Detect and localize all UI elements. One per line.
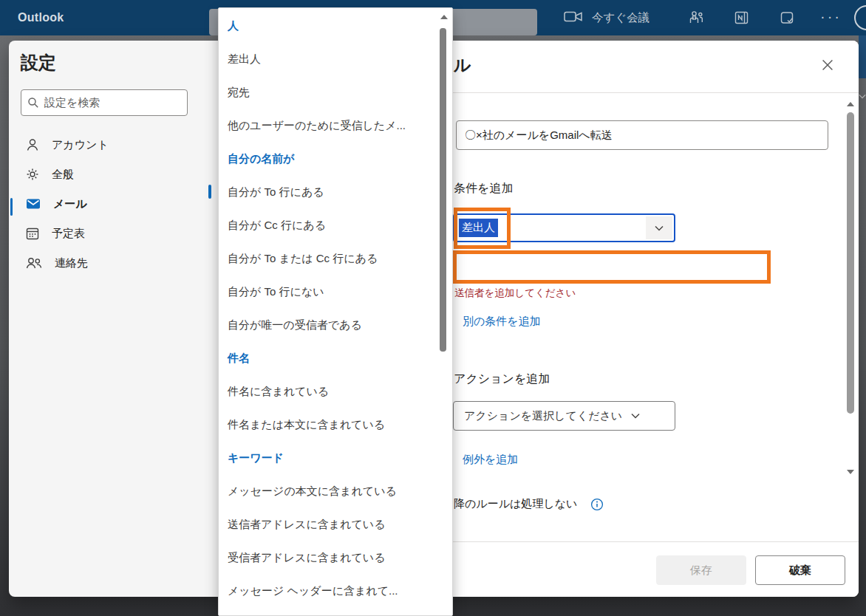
- conditions-heading: 条件を追加: [454, 181, 513, 196]
- condition-group-header: 件名: [219, 342, 433, 375]
- condition-option[interactable]: 件名または本文に含まれている: [219, 408, 433, 442]
- condition-group-header: 自分の名前が: [219, 143, 433, 176]
- condition-option[interactable]: 送信者アドレスに含まれている: [219, 508, 433, 541]
- sidebar-item-account[interactable]: アカウント: [15, 130, 207, 160]
- condition-group-header: 人: [219, 10, 433, 43]
- panel-scrollbar-thumb[interactable]: [208, 185, 211, 199]
- rule-dialog: ル 条件を追加 差出人 送信者を追加してください 別の条件を追加 アクションを追…: [453, 41, 859, 597]
- rule-name-input[interactable]: [456, 120, 828, 150]
- stop-processing-row: 降のルールは処理しない: [454, 497, 604, 511]
- settings-search-input[interactable]: 設定を検索: [21, 89, 188, 116]
- chevron-down-icon: [859, 94, 866, 99]
- sidebar-item-calendar[interactable]: 予定表: [15, 219, 207, 248]
- person-icon: [25, 137, 40, 152]
- app-title: Outlook: [18, 0, 64, 35]
- condition-option[interactable]: 自分が唯一の受信者である: [219, 309, 433, 342]
- sidebar-item-contacts[interactable]: 連絡先: [15, 248, 207, 278]
- validation-error-text: 送信者を追加してください: [454, 287, 576, 300]
- search-icon: [27, 97, 39, 109]
- action-select[interactable]: アクションを選択してください: [453, 401, 675, 431]
- mail-icon: [25, 196, 41, 211]
- background-page-strip: [859, 35, 866, 78]
- condition-group-header: キーワード: [219, 442, 433, 475]
- selected-indicator: [10, 198, 13, 216]
- dropdown-scrollbar-thumb[interactable]: [440, 28, 446, 352]
- condition-option[interactable]: 差出人: [219, 43, 433, 76]
- dialog-scrollbar-thumb[interactable]: [847, 112, 854, 414]
- scroll-up-arrow[interactable]: [847, 102, 854, 106]
- chevron-down-icon: [631, 413, 640, 419]
- annotation-highlight-condition: [454, 208, 511, 249]
- stop-processing-text: 降のルールは処理しない: [454, 497, 577, 511]
- meet-now-button[interactable]: 今すぐ会議: [592, 0, 650, 35]
- search-placeholder: 設定を検索: [44, 96, 100, 110]
- dialog-title: ル: [454, 54, 471, 77]
- condition-option[interactable]: 自分が To または Cc 行にある: [219, 242, 433, 276]
- people-icon: [25, 256, 43, 270]
- condition-option[interactable]: メッセージの本文に含まれている: [219, 475, 433, 508]
- divider: [453, 92, 859, 93]
- action-placeholder: アクションを選択してください: [464, 409, 622, 423]
- info-icon[interactable]: [590, 498, 604, 511]
- scroll-down-arrow[interactable]: [847, 470, 854, 474]
- add-exception-link[interactable]: 例外を追加: [463, 453, 518, 467]
- sidebar-item-label: アカウント: [52, 138, 109, 152]
- sidebar-item-label: 連絡先: [55, 256, 88, 270]
- onenote-icon[interactable]: [734, 10, 749, 25]
- actions-heading: アクションを追加: [454, 372, 550, 387]
- condition-option[interactable]: 自分が To 行にない: [219, 276, 433, 309]
- todo-icon[interactable]: [780, 10, 795, 26]
- condition-option[interactable]: 件名に含まれている: [219, 375, 433, 408]
- sidebar-item-label: 全般: [52, 168, 74, 182]
- avatar[interactable]: [854, 5, 866, 30]
- page-title: 設定: [21, 51, 56, 75]
- chevron-down-icon[interactable]: [646, 216, 672, 239]
- close-icon: [819, 57, 836, 73]
- video-camera-icon[interactable]: [564, 10, 583, 23]
- condition-option[interactable]: 宛先: [219, 76, 433, 109]
- sidebar-item-mail[interactable]: メール: [15, 189, 207, 219]
- scroll-up-arrow[interactable]: [440, 15, 448, 19]
- close-button[interactable]: [816, 54, 839, 76]
- condition-option[interactable]: 自分が Cc 行にある: [219, 209, 433, 242]
- sidebar-item-label: 予定表: [52, 227, 85, 241]
- sender-value-input[interactable]: [453, 250, 771, 284]
- condition-option[interactable]: 受信者アドレスに含まれている: [219, 541, 433, 575]
- more-options-button[interactable]: ···: [820, 0, 842, 35]
- sidebar-item-general[interactable]: 全般: [15, 160, 207, 189]
- sidebar-item-label: メール: [53, 197, 87, 211]
- save-button[interactable]: 保存: [656, 555, 746, 585]
- discard-button[interactable]: 破棄: [755, 555, 845, 585]
- gear-icon: [25, 167, 40, 182]
- add-condition-link[interactable]: 別の条件を追加: [463, 315, 541, 329]
- divider: [453, 541, 859, 542]
- calendar-icon: [25, 226, 40, 241]
- teams-icon[interactable]: [687, 10, 705, 25]
- condition-dropdown-menu: 人 差出人 宛先 他のユーザーのために受信したメ... 自分の名前が 自分が T…: [218, 7, 453, 616]
- condition-option[interactable]: メッセージ ヘッダーに含まれて...: [219, 575, 433, 608]
- condition-option[interactable]: 他のユーザーのために受信したメ...: [219, 109, 433, 143]
- condition-option[interactable]: 自分が To 行にある: [219, 176, 433, 209]
